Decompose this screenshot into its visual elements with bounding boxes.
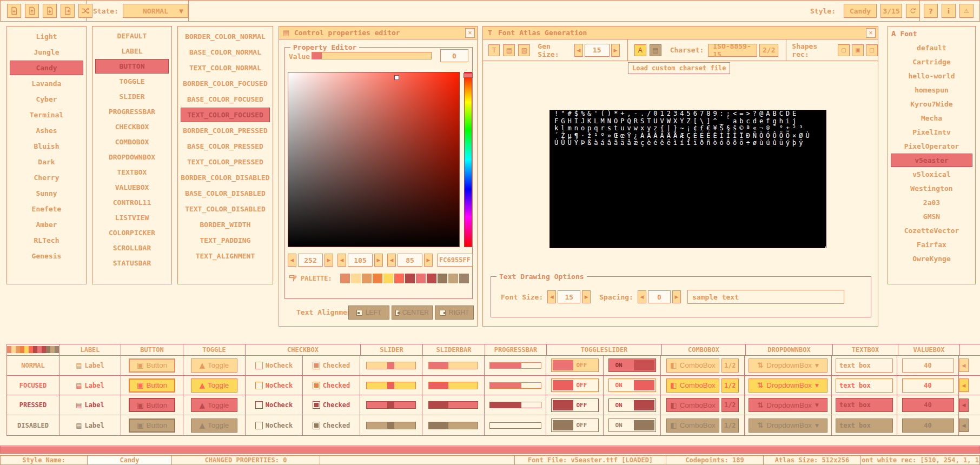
style-list-item[interactable]: Jungle <box>10 45 83 59</box>
control-list-item[interactable]: LABEL <box>95 44 169 58</box>
demo-toggle[interactable]: ▲Toggle <box>191 418 237 433</box>
font-list-item[interactable]: homespun <box>891 83 972 97</box>
style-list-item[interactable]: Dark <box>10 155 83 169</box>
font-atlas-image[interactable]: !"#$%&'()*+,-./0123456789:;<=>?@ABCDEFGH… <box>549 110 826 248</box>
combobox-index[interactable]: 1/2 <box>721 358 739 373</box>
demo-slider[interactable] <box>366 401 416 409</box>
combobox-index[interactable]: 1/2 <box>721 418 739 433</box>
palette-swatch[interactable] <box>16 346 20 353</box>
palette-swatch[interactable] <box>7 346 11 353</box>
palette-swatch[interactable] <box>426 273 437 284</box>
spin-left-icon[interactable]: ◀ <box>959 378 969 392</box>
control-list-item[interactable]: DEFAULT <box>95 29 169 43</box>
charset-page-box[interactable]: 2/2 <box>759 44 778 57</box>
toggleslider-knob[interactable] <box>634 360 654 370</box>
spin-right-icon[interactable]: ▶ <box>424 254 433 267</box>
control-list-item[interactable]: TEXTBOX <box>95 165 169 180</box>
demo-slider[interactable] <box>366 382 416 389</box>
toggleslider-knob[interactable] <box>634 400 654 410</box>
property-list-item[interactable]: BORDER_COLOR_PRESSED <box>181 123 270 138</box>
demo-checkbox-unchecked[interactable]: NoCheck <box>255 422 293 429</box>
spin-left-icon[interactable]: ◀ <box>337 254 346 267</box>
load-charset-button[interactable]: A <box>634 44 646 56</box>
slider-knob[interactable] <box>387 422 394 429</box>
style-list-item[interactable]: Cyber <box>10 92 83 107</box>
font-list-item[interactable]: PixelOperator <box>891 140 972 153</box>
palette-swatch[interactable] <box>46 346 50 353</box>
demo-sliderbar[interactable] <box>428 362 478 369</box>
control-list-item[interactable]: BUTTON <box>95 59 169 74</box>
control-list-item[interactable]: SCROLLBAR <box>95 241 169 255</box>
property-list-item[interactable]: BASE_COLOR_FOCUSED <box>181 92 270 107</box>
property-list-item[interactable]: BASE_COLOR_PRESSED <box>181 139 270 154</box>
demo-valuebox[interactable]: 40 <box>902 378 954 393</box>
font-list-item[interactable]: Cartridge <box>891 55 972 69</box>
slider-knob[interactable] <box>387 362 394 369</box>
color-picker-panel[interactable] <box>288 72 460 247</box>
property-list-item[interactable]: BASE_COLOR_NORMAL <box>181 45 270 59</box>
demo-toggle[interactable]: ▲Toggle <box>191 378 237 393</box>
property-list-item[interactable]: BORDER_COLOR_DISABLED <box>181 170 270 185</box>
spin-left-icon[interactable]: ◀ <box>547 290 556 303</box>
property-list-item[interactable]: TEXT_COLOR_FOCUSED <box>181 108 270 122</box>
style-name-box[interactable]: Candy <box>844 4 877 18</box>
align-left-button[interactable]: LEFT <box>348 305 389 320</box>
property-list-item[interactable]: BORDER_COLOR_FOCUSED <box>181 76 270 91</box>
red-value[interactable]: 252 <box>298 254 323 267</box>
demo-textbox[interactable]: text box <box>836 418 893 433</box>
export-style-button[interactable] <box>61 4 75 18</box>
font-list-item[interactable]: 2a03 <box>891 196 972 209</box>
control-list-item[interactable]: LISTVIEW <box>95 210 169 225</box>
spin-left-icon[interactable]: ◀ <box>387 254 396 267</box>
font-list-item[interactable]: Fairfax <box>891 238 972 251</box>
demo-button[interactable]: ▣Button <box>129 378 175 393</box>
align-right-button[interactable]: RIGHT <box>435 305 474 320</box>
demo-valuebox[interactable]: 40 <box>902 398 954 412</box>
demo-toggleslider-off[interactable]: OFF <box>551 378 599 392</box>
demo-textbox[interactable]: text box <box>836 358 893 373</box>
palette-swatch[interactable] <box>459 273 469 284</box>
palette-swatch[interactable] <box>350 273 361 284</box>
editor-close-button[interactable]: × <box>465 28 475 38</box>
demo-checkbox-unchecked[interactable]: NoCheck <box>255 401 293 409</box>
color-picker-cursor[interactable] <box>394 75 399 80</box>
control-list-item[interactable]: TOGGLE <box>95 74 169 89</box>
demo-toggleslider-on[interactable]: ON <box>608 358 656 372</box>
control-list-item[interactable]: PROGRESSBAR <box>95 104 169 119</box>
style-list-item[interactable]: RLTech <box>10 233 83 248</box>
help-button[interactable]: ? <box>924 4 938 18</box>
property-list-item[interactable]: TEXT_COLOR_PRESSED <box>181 155 270 169</box>
spin-left-icon[interactable]: ◀ <box>288 254 296 267</box>
property-list-item[interactable]: TEXT_COLOR_NORMAL <box>181 61 270 75</box>
font-list-item[interactable]: CozetteVector <box>891 224 972 237</box>
demo-checkbox-checked[interactable]: Checked <box>313 401 350 409</box>
demo-toggleslider-on[interactable]: ON <box>608 398 656 412</box>
gen-size-value[interactable]: 15 <box>585 44 610 57</box>
toggleslider-knob[interactable] <box>553 360 573 370</box>
palette-swatch[interactable] <box>42 346 46 353</box>
toggleslider-knob[interactable] <box>634 420 654 430</box>
demo-checkbox-checked[interactable]: Checked <box>313 382 350 389</box>
palette-swatch[interactable] <box>50 346 55 353</box>
font-text-tool-button[interactable]: T <box>488 44 500 56</box>
demo-toggleslider-on[interactable]: ON <box>608 378 656 392</box>
blue-value[interactable]: 85 <box>398 254 422 267</box>
combobox-index[interactable]: 1/2 <box>721 378 739 393</box>
green-value[interactable]: 105 <box>348 254 373 267</box>
spin-left-icon[interactable]: ◀ <box>959 358 969 372</box>
font-list-item[interactable]: PixelIntv <box>891 125 972 139</box>
palette-swatch[interactable] <box>405 273 415 284</box>
demo-toggleslider-off[interactable]: OFF <box>551 398 599 412</box>
palette-swatch[interactable] <box>55 346 59 353</box>
palette-swatch[interactable] <box>11 346 16 353</box>
demo-dropdownbox[interactable]: ⇅DropdownBox▼ <box>749 398 827 412</box>
font-list-item[interactable]: Westington <box>891 182 972 195</box>
demo-checkbox-unchecked[interactable]: NoCheck <box>255 362 293 369</box>
control-list-item[interactable]: SLIDER <box>95 89 169 104</box>
property-list-item[interactable]: TEXT_COLOR_DISABLED <box>181 202 270 216</box>
spin-left-icon[interactable]: ◀ <box>638 290 646 303</box>
load-font-button[interactable]: ▤ <box>503 44 515 56</box>
font-list-item[interactable]: default <box>891 41 972 55</box>
demo-slider[interactable] <box>366 362 416 369</box>
spin-left-icon[interactable]: ◀ <box>959 418 969 432</box>
